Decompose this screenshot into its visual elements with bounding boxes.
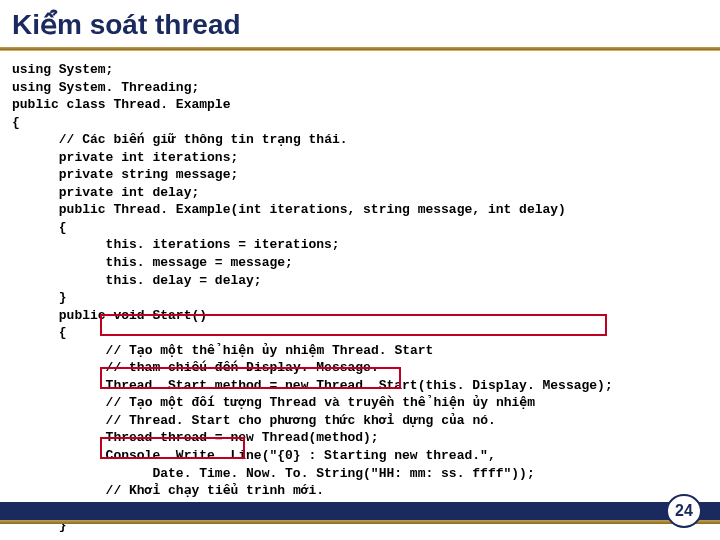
- highlight-box: [100, 437, 245, 459]
- code-line: public class Thread. Example: [12, 96, 708, 114]
- code-line: Date. Time. Now. To. String("HH: mm: ss.…: [12, 465, 708, 483]
- footer-gold-line: [0, 520, 720, 524]
- code-line: this. iterations = iterations;: [12, 236, 708, 254]
- code-line: private int iterations;: [12, 149, 708, 167]
- code-line: private int delay;: [12, 184, 708, 202]
- code-line: this. delay = delay;: [12, 272, 708, 290]
- code-line: // Tạo một đối tượng Thread và truyền th…: [12, 394, 708, 412]
- code-line: // Các biến giữ thông tin trạng thái.: [12, 131, 708, 149]
- page-number: 24: [675, 502, 693, 520]
- code-block: using System;using System. Threading;pub…: [0, 61, 720, 535]
- code-line: // Tạo một thể hiện ủy nhiệm Thread. Sta…: [12, 342, 708, 360]
- code-line: using System;: [12, 61, 708, 79]
- code-line: using System. Threading;: [12, 79, 708, 97]
- code-line: public Thread. Example(int iterations, s…: [12, 201, 708, 219]
- title-underline-thin: [0, 50, 720, 51]
- code-line: this. message = message;: [12, 254, 708, 272]
- code-line: {: [12, 219, 708, 237]
- footer-bar: [0, 502, 720, 520]
- code-line: // Thread. Start cho phương thức khởi dự…: [12, 412, 708, 430]
- code-line: }: [12, 289, 708, 307]
- highlight-box: [100, 314, 607, 336]
- title-bar: Kiểm soát thread: [0, 0, 720, 45]
- page-number-badge: 24: [666, 494, 702, 528]
- code-line: private string message;: [12, 166, 708, 184]
- highlight-box: [100, 367, 401, 389]
- code-line: // Khởi chạy tiểu trình mới.: [12, 482, 708, 500]
- slide-title: Kiểm soát thread: [12, 9, 241, 40]
- code-line: {: [12, 114, 708, 132]
